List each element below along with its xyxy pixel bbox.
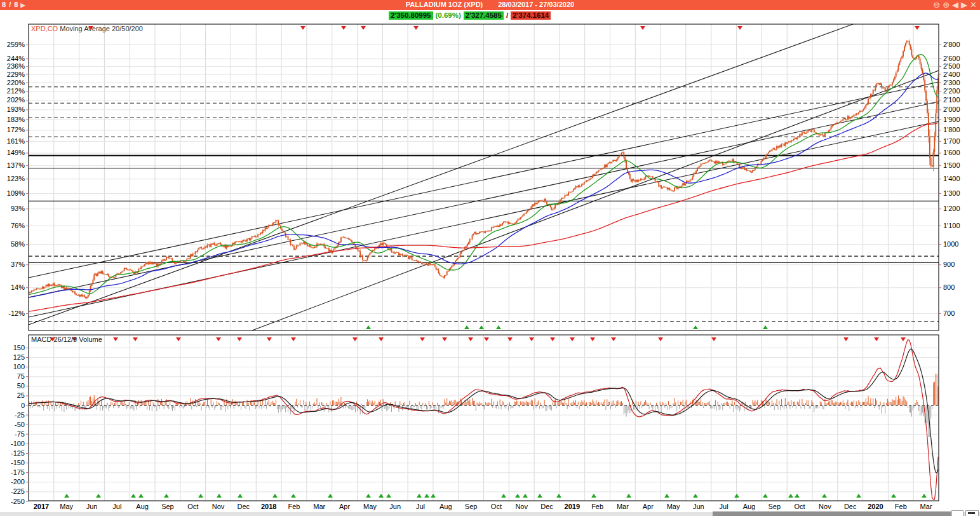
month-label: May	[667, 503, 680, 510]
title-bar: 8 / 8▶ PALLADIUM 1OZ (XPD)28/03/2017 - 2…	[0, 0, 980, 10]
svg-text:1'300: 1'300	[943, 189, 960, 197]
svg-text:900: 900	[943, 261, 955, 268]
main-chart-plot[interactable]	[29, 24, 939, 330]
svg-text:236%: 236%	[7, 62, 25, 70]
svg-text:149%: 149%	[7, 149, 25, 156]
month-label: 2019	[565, 503, 580, 510]
svg-text:-250: -250	[11, 498, 25, 505]
month-label: Aug	[136, 503, 149, 510]
svg-text:212%: 212%	[7, 87, 25, 95]
svg-text:1'100: 1'100	[943, 222, 960, 229]
symbol-code: XPD,CO	[31, 25, 58, 32]
prev-arrow-icon[interactable]: ◀	[952, 0, 958, 10]
svg-text:-175: -175	[11, 468, 25, 476]
month-label: 2018	[261, 503, 276, 510]
scrollbar-button[interactable]	[951, 510, 963, 516]
svg-text:1'800: 1'800	[943, 126, 960, 133]
main-chart-legend: XPD,CO Moving Average 20/50/200	[31, 25, 143, 32]
bid-price: 2'327.4585	[464, 11, 504, 20]
month-label: Nov	[515, 503, 528, 510]
svg-text:100: 100	[13, 363, 25, 370]
svg-text:37%: 37%	[11, 261, 25, 268]
quote-row: 2'350.80995 (0.69%) 2'327.4585 / 2'374.1…	[389, 11, 551, 20]
month-label: Mar	[313, 503, 325, 510]
svg-text:1'200: 1'200	[943, 205, 960, 212]
month-label: Sep	[465, 503, 478, 510]
svg-text:172%: 172%	[7, 126, 25, 133]
chart-canvas[interactable]: 2'800259%2'600244%2'500236%2'400229%2'30…	[0, 0, 980, 516]
svg-text:1'700: 1'700	[943, 137, 960, 145]
svg-text:259%: 259%	[7, 41, 25, 48]
month-label: Jun	[693, 503, 704, 510]
svg-text:2'400: 2'400	[943, 71, 960, 78]
month-label: Nov	[819, 503, 831, 510]
next-arrow-icon[interactable]: ▶	[961, 0, 967, 10]
month-label: Jun	[86, 503, 98, 510]
svg-text:-125: -125	[11, 449, 25, 457]
svg-text:1'400: 1'400	[943, 175, 960, 182]
instrument-title: PALLADIUM 1OZ (XPD)	[406, 1, 483, 8]
month-label: Oct	[491, 503, 502, 510]
svg-text:2'000: 2'000	[943, 105, 960, 113]
svg-text:700: 700	[943, 309, 955, 317]
month-label: Jul	[720, 503, 728, 510]
svg-text:161%: 161%	[7, 137, 25, 145]
svg-text:1'600: 1'600	[943, 149, 960, 156]
svg-text:75: 75	[17, 372, 25, 380]
month-label: Mar	[617, 503, 629, 510]
month-label: Feb	[591, 503, 603, 510]
month-label: Dec	[540, 503, 553, 510]
month-label: Sep	[161, 503, 174, 510]
svg-text:-150: -150	[11, 459, 25, 466]
change-percent: (0.69%)	[436, 11, 461, 20]
svg-text:183%: 183%	[7, 116, 25, 123]
svg-text:202%: 202%	[7, 96, 25, 104]
svg-text:93%: 93%	[11, 205, 25, 212]
zoom-out-icon[interactable]: ⊖	[933, 0, 940, 10]
month-label: Feb	[288, 503, 300, 510]
last-price: 2'350.80995	[389, 11, 433, 20]
svg-text:-75: -75	[15, 430, 25, 438]
svg-text:229%: 229%	[7, 71, 25, 78]
svg-text:1000: 1000	[943, 240, 958, 248]
svg-text:50: 50	[17, 382, 25, 390]
month-label: Dec	[844, 503, 857, 510]
zoom-in-icon[interactable]: ⊕	[943, 0, 950, 10]
window-controls: ⊖ ⊕ ◀ ▶ ✕	[933, 0, 977, 10]
svg-text:2'300: 2'300	[943, 79, 960, 86]
month-label: 2017	[34, 503, 49, 510]
svg-text:-50: -50	[15, 421, 25, 428]
month-label: Nov	[212, 503, 225, 510]
month-label: Dec	[238, 503, 250, 510]
svg-text:-12%: -12%	[8, 309, 25, 317]
svg-text:137%: 137%	[7, 161, 25, 169]
svg-text:800: 800	[943, 283, 955, 291]
svg-text:2'800: 2'800	[943, 41, 960, 48]
svg-text:2'600: 2'600	[943, 55, 960, 62]
svg-text:193%: 193%	[7, 105, 25, 113]
date-range: 28/03/2017 - 27/03/2020	[498, 1, 574, 8]
svg-text:76%: 76%	[11, 222, 25, 229]
svg-text:0: 0	[21, 402, 25, 409]
month-label: Apr	[339, 503, 350, 510]
bid-ask-separator: /	[506, 11, 508, 20]
month-label: Oct	[795, 503, 805, 510]
macd-plot[interactable]	[29, 335, 939, 501]
ask-price: 2'374.1614	[511, 11, 551, 20]
chart-mode-button[interactable]	[965, 510, 979, 516]
month-label: Mar	[920, 503, 932, 510]
chart-mode-icon	[968, 512, 975, 514]
svg-text:14%: 14%	[11, 283, 25, 291]
h-scrollbar-thumb[interactable]	[713, 512, 951, 516]
svg-text:2'100: 2'100	[943, 96, 960, 104]
title-group: PALLADIUM 1OZ (XPD)28/03/2017 - 27/03/20…	[0, 1, 980, 8]
trading-app-window: { "title_bar": { "pager": "8 / 8", "page…	[0, 0, 980, 516]
month-label: 2020	[868, 503, 883, 510]
month-label: May	[363, 503, 377, 510]
svg-text:-225: -225	[11, 487, 25, 495]
close-icon[interactable]: ✕	[970, 0, 977, 10]
svg-text:244%: 244%	[7, 55, 25, 62]
svg-text:2'200: 2'200	[943, 87, 960, 95]
svg-text:-100: -100	[11, 440, 25, 447]
svg-text:109%: 109%	[7, 189, 25, 197]
